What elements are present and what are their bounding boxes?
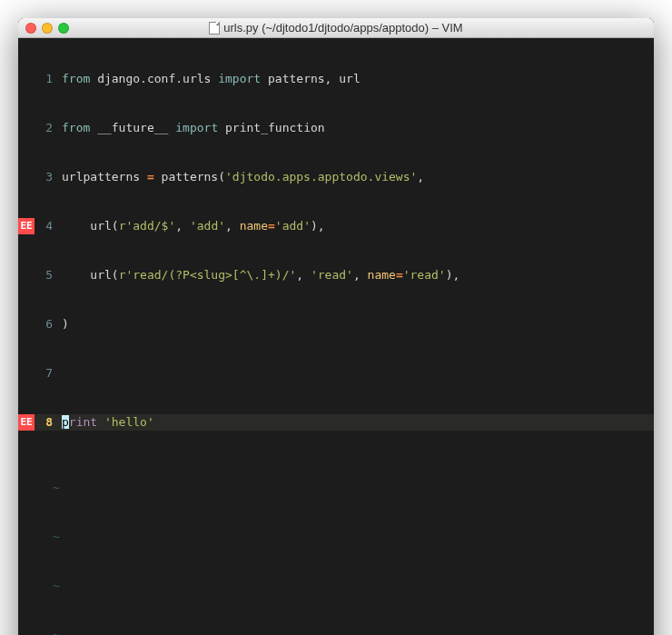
- close-icon[interactable]: [25, 23, 36, 34]
- code-line: urlpatterns = patterns('djtodo.apps.appt…: [56, 169, 424, 185]
- code-line: [56, 365, 62, 382]
- code-line: ): [56, 316, 69, 332]
- error-sign-icon: EE: [18, 414, 35, 431]
- code-line: url(r'read/(?P<slug>[^\.]+)/', 'read', n…: [56, 267, 460, 283]
- sign-column: [18, 316, 35, 332]
- window-title: urls.py (~/djtodo1/djtodo/apps/apptodo) …: [18, 21, 654, 35]
- line-number: 2: [35, 120, 56, 136]
- line-number: 6: [35, 316, 56, 332]
- cursor: p: [62, 415, 69, 429]
- vim-window: urls.py (~/djtodo1/djtodo/apps/apptodo) …: [18, 18, 654, 635]
- zoom-icon[interactable]: [58, 23, 69, 34]
- code-line: from django.conf.urls import patterns, u…: [56, 71, 361, 87]
- error-sign-icon: EE: [18, 218, 35, 234]
- line-number-current: 8: [35, 414, 56, 431]
- minimize-icon[interactable]: [42, 23, 53, 34]
- titlebar: urls.py (~/djtodo1/djtodo/apps/apptodo) …: [18, 18, 654, 38]
- sign-column: [18, 267, 35, 283]
- line-number: 4: [35, 218, 56, 234]
- line-number: 5: [35, 267, 56, 283]
- line-number: 3: [35, 169, 56, 185]
- line-number: 7: [35, 365, 56, 382]
- tilde-icon: ~: [35, 529, 60, 545]
- code-line: url(r'add/$', 'add', name='add'),: [56, 218, 325, 234]
- window-title-text: urls.py (~/djtodo1/djtodo/apps/apptodo) …: [223, 21, 462, 35]
- sign-column: [18, 120, 35, 136]
- tilde-icon: ~: [35, 578, 60, 594]
- code-line-current: print 'hello': [56, 414, 154, 431]
- sign-column: [18, 169, 35, 185]
- sign-column: [18, 365, 35, 382]
- tilde-icon: ~: [35, 627, 60, 635]
- window-controls: [25, 23, 69, 34]
- code-line: from __future__ import print_function: [56, 120, 325, 136]
- line-number: 1: [35, 71, 56, 87]
- sign-column: [18, 71, 35, 87]
- document-icon: [209, 22, 220, 35]
- editor-pane[interactable]: 1 from django.conf.urls import patterns,…: [18, 38, 654, 635]
- tilde-icon: ~: [35, 480, 60, 496]
